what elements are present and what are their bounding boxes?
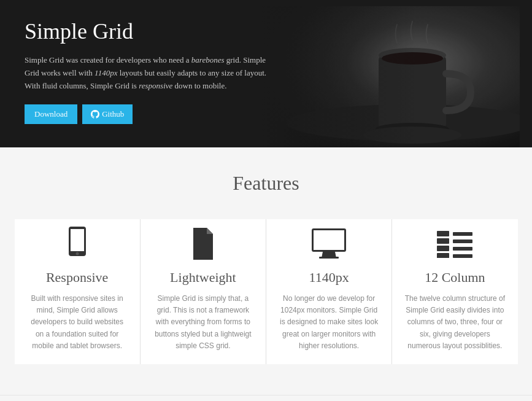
feature-lightweight-name: Lightweight [153, 270, 253, 286]
hero-content: Simple Grid Simple Grid was created for … [25, 18, 282, 124]
svg-rect-14 [437, 231, 449, 236]
feature-lightweight: Lightweight Simple Grid is simply that, … [141, 219, 266, 364]
svg-rect-15 [437, 238, 449, 244]
feature-responsive: Responsive Built with responsive sites i… [15, 219, 141, 364]
svg-rect-21 [453, 254, 472, 258]
hero-buttons: Download Github [25, 104, 282, 124]
svg-point-10 [75, 252, 79, 255]
feature-1140px-desc: No longer do we develop for 1024px monit… [279, 293, 379, 352]
features-grid: Responsive Built with responsive sites i… [15, 219, 518, 364]
svg-rect-13 [319, 257, 339, 259]
download-button[interactable]: Download [25, 104, 77, 124]
feature-12column-desc: The twelve column structure of Simple Gr… [404, 293, 505, 352]
feature-lightweight-desc: Simple Grid is simply that, a grid. This… [153, 293, 253, 352]
svg-rect-19 [453, 239, 472, 243]
hero-title: Simple Grid [25, 18, 282, 44]
features-title: Features [12, 172, 520, 195]
feature-1140px: 1140px No longer do we develop for 1024p… [266, 219, 392, 364]
content-columns-section: Content Columns col-1-1 [0, 395, 532, 401]
grid-icon [437, 230, 472, 258]
1140px-feature-icon [279, 225, 379, 262]
features-section: Features Responsive Built with responsiv… [0, 147, 532, 395]
svg-rect-12 [314, 230, 344, 250]
feature-12column-name: 12 Column [404, 270, 505, 286]
github-button[interactable]: Github [82, 104, 133, 124]
svg-rect-7 [262, 6, 520, 147]
svg-rect-17 [437, 253, 449, 258]
lightweight-feature-icon [153, 225, 253, 262]
monitor-icon [310, 228, 347, 259]
feature-responsive-name: Responsive [27, 270, 128, 286]
12column-feature-icon [404, 225, 505, 262]
svg-rect-18 [453, 232, 472, 236]
file-icon [191, 228, 215, 260]
svg-rect-16 [437, 246, 449, 251]
svg-rect-20 [453, 247, 472, 251]
hero-description: Simple Grid was created for developers w… [25, 54, 282, 92]
feature-12column: 12 Column The twelve column structure of… [392, 219, 517, 364]
github-icon [91, 110, 99, 119]
hero-section: Simple Grid Simple Grid was created for … [0, 0, 532, 147]
feature-1140px-name: 1140px [279, 270, 379, 286]
responsive-feature-icon [27, 225, 128, 262]
phone-icon [65, 227, 90, 261]
hero-background-image [262, 6, 520, 147]
svg-rect-9 [71, 229, 84, 251]
feature-responsive-desc: Built with responsive sites in mind, Sim… [27, 293, 128, 352]
